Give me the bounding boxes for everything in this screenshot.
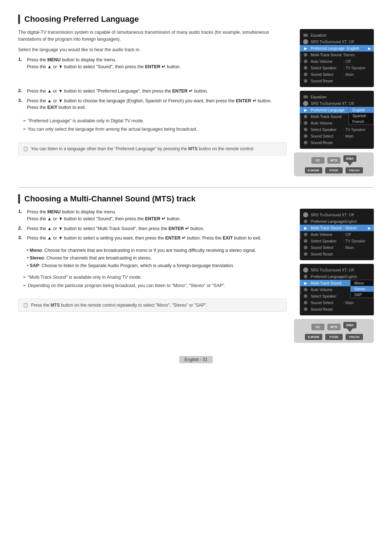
menu3-row-reset: Sound Reset bbox=[300, 251, 374, 257]
remote-btn-mts-1[interactable]: MTS bbox=[327, 157, 340, 164]
remote-btn-psize-1[interactable]: P.SIZE bbox=[325, 167, 343, 173]
menu2-row-soundsel: Sound Select : Main bbox=[300, 133, 374, 139]
menu1-row-srs: SRS TruSurround XT : Off bbox=[300, 38, 374, 45]
dropdown-item-french[interactable]: French bbox=[349, 119, 373, 124]
menu3-row-preferred: Preferred Language English bbox=[300, 218, 374, 225]
remote-control-2: CC MTS DMA E.MODE P.SIZE FAV.CH bbox=[294, 319, 374, 343]
menu2-row-speaker: Select Speaker : TV Speaker bbox=[300, 126, 374, 133]
remote-btn-mts-2[interactable]: MTS bbox=[327, 324, 340, 330]
remote-btn-favch-2[interactable]: FAV.CH bbox=[346, 334, 363, 340]
mts-icon-3: ▶ bbox=[303, 225, 309, 231]
srs-icon-4 bbox=[303, 267, 309, 273]
step1-3-text: Press the ▲ or ▼ button to choose the la… bbox=[27, 98, 271, 111]
menu2-row-eq: Equalizer bbox=[300, 94, 374, 100]
remote-btn-psize-2[interactable]: P.SIZE bbox=[325, 334, 343, 340]
page-number: English - 31 bbox=[179, 356, 212, 363]
menu3-row-av: Auto Volume : Off bbox=[300, 231, 374, 238]
bullet2-1: "Multi-Track Sound" is available only in… bbox=[23, 274, 287, 281]
step2-3-text: Press the ▲ or ▼ button to select a sett… bbox=[27, 235, 261, 242]
bullet1-1: "Preferred Language" is available only i… bbox=[23, 118, 287, 124]
remote-btn-dma-2[interactable]: DMA bbox=[343, 322, 357, 328]
section-divider bbox=[18, 187, 374, 188]
tv-menu-2-wrapper: Sound Equalizer SRS TruSurround XT : Off… bbox=[294, 91, 374, 149]
section-preferred-language: Choosing Preferred Language The digital-… bbox=[18, 15, 374, 176]
dropdown-stereo[interactable]: Stereo bbox=[351, 286, 373, 292]
menu1-row-preferred: ▶ Preferred Language : English ▶ bbox=[300, 45, 374, 52]
step2-3: 3. Press the ▲ or ▼ button to select a s… bbox=[18, 235, 287, 242]
preferred-icon-4 bbox=[303, 274, 309, 279]
remote-btn-dma-1[interactable]: DMA bbox=[343, 155, 357, 162]
step1-1-num: 1. bbox=[18, 57, 24, 62]
eq-icon-2 bbox=[303, 94, 309, 100]
section2-sidebar: Sound SRS TruSurround XT : Off Preferred… bbox=[294, 209, 374, 343]
menu4-row-preferred: Preferred Language English bbox=[300, 273, 374, 280]
remote-bottom-1: E.MODE P.SIZE FAV.CH bbox=[305, 167, 363, 173]
menu4-row-mts: ▶ Multi-Track Sound Mono Stereo SAP bbox=[300, 280, 374, 286]
remote-bottom-2: E.MODE P.SIZE FAV.CH bbox=[305, 334, 363, 340]
language-dropdown: English Spanish French bbox=[348, 107, 374, 125]
section2-text: 1. Press the MENU button to display the … bbox=[18, 209, 287, 343]
mts-icon bbox=[303, 52, 309, 58]
page: Choosing Preferred Language The digital-… bbox=[0, 0, 392, 540]
step2-2-text: Press the ▲ or ▼ button to select "Multi… bbox=[27, 225, 204, 232]
reset-icon-3 bbox=[303, 251, 309, 257]
note-icon-2: 📋 bbox=[23, 302, 28, 308]
menu1-row-soundsel: Sound Select : Main bbox=[300, 71, 374, 78]
reset-icon-2 bbox=[303, 140, 309, 146]
av-icon bbox=[303, 58, 309, 64]
menu1-row-eq: Equalizer bbox=[300, 32, 374, 38]
srs-icon-2 bbox=[303, 101, 309, 106]
speaker-icon-4 bbox=[303, 293, 309, 299]
menu1-row-speaker: Select Speaker : TV Speaker bbox=[300, 65, 374, 71]
stereo-note: • Stereo: Choose for channels that are b… bbox=[27, 255, 287, 261]
section1-title: Choosing Preferred Language bbox=[18, 15, 374, 24]
step1-1: 1. Press the MENU button to display the … bbox=[18, 57, 287, 70]
preferred-icon-3 bbox=[303, 218, 309, 224]
step1-2: 2. Press the ▲ or ▼ button to select "Pr… bbox=[18, 88, 287, 95]
section1-text: The digital-TV transmission system is ca… bbox=[18, 29, 287, 176]
menu3-row-speaker: Select Speaker : TV Speaker bbox=[300, 238, 374, 244]
note-icon: 📋 bbox=[23, 146, 28, 152]
step1-3-num: 3. bbox=[18, 98, 24, 103]
section1-intro: The digital-TV transmission system is ca… bbox=[18, 29, 287, 43]
remote-btn-cc-1[interactable]: CC bbox=[311, 157, 324, 164]
remote-btn-favch-1[interactable]: FAV.CH bbox=[346, 167, 363, 173]
section1-note: 📋 You can listen in a language other tha… bbox=[18, 142, 287, 155]
preferred-icon: ▶ bbox=[303, 45, 309, 51]
remote-btn-emode-1[interactable]: E.MODE bbox=[305, 167, 322, 173]
bullet1-2: You can only select the language from am… bbox=[23, 126, 287, 133]
section2-title: Choosing a Multi-Channel Sound (MTS) tra… bbox=[18, 194, 374, 204]
menu4-row-srs: SRS TruSurround XT : Off bbox=[300, 267, 374, 273]
step2-1: 1. Press the MENU button to display the … bbox=[18, 209, 287, 222]
dropdown-item-english[interactable]: English bbox=[349, 107, 373, 113]
section1-intro2: Select the language you would like to he… bbox=[18, 46, 287, 53]
soundsel-icon-3 bbox=[303, 245, 309, 250]
mono-note: • Mono: Choose for channels that are bro… bbox=[27, 248, 287, 253]
eq-icon bbox=[303, 32, 309, 38]
tv-menu-2: Sound Equalizer SRS TruSurround XT : Off… bbox=[300, 91, 374, 149]
menu2-row-preferred: ▶ Preferred Language English Spanish Fre… bbox=[300, 107, 374, 113]
step2-3-num: 3. bbox=[18, 235, 24, 240]
speaker-icon-2 bbox=[303, 127, 309, 132]
dropdown-mono[interactable]: Mono bbox=[351, 280, 373, 286]
step1-2-text: Press the ▲ or ▼ button to select "Prefe… bbox=[27, 88, 208, 95]
preferred-icon-2: ▶ bbox=[303, 107, 309, 113]
menu4-row-soundsel: Sound Select : Main bbox=[300, 299, 374, 306]
step2-1-text: Press the MENU button to display the men… bbox=[27, 209, 181, 222]
soundsel-icon-4 bbox=[303, 300, 309, 306]
step1-2-num: 2. bbox=[18, 88, 24, 93]
step2-1-num: 1. bbox=[18, 209, 24, 214]
dropdown-sap[interactable]: SAP bbox=[351, 292, 373, 298]
remote-btn-emode-2[interactable]: E.MODE bbox=[305, 334, 322, 340]
remote-btn-cc-2[interactable]: CC bbox=[311, 324, 324, 330]
av-icon-2 bbox=[303, 120, 309, 126]
speaker-icon-1 bbox=[303, 65, 309, 71]
remote-arrow-down-1 bbox=[347, 162, 353, 165]
reset-icon-4 bbox=[303, 306, 309, 312]
dropdown-item-spanish[interactable]: Spanish bbox=[349, 113, 373, 119]
menu3-row-mts: ▶ Multi-Track Sound : Stereo ▶ bbox=[300, 225, 374, 231]
tv-menu-3-wrapper: Sound SRS TruSurround XT : Off Preferred… bbox=[294, 209, 374, 260]
srs-icon-3 bbox=[303, 212, 309, 218]
section2-note: 📋 Press the MTS button on the remote con… bbox=[18, 299, 287, 312]
step2-2: 2. Press the ▲ or ▼ button to select "Mu… bbox=[18, 225, 287, 232]
